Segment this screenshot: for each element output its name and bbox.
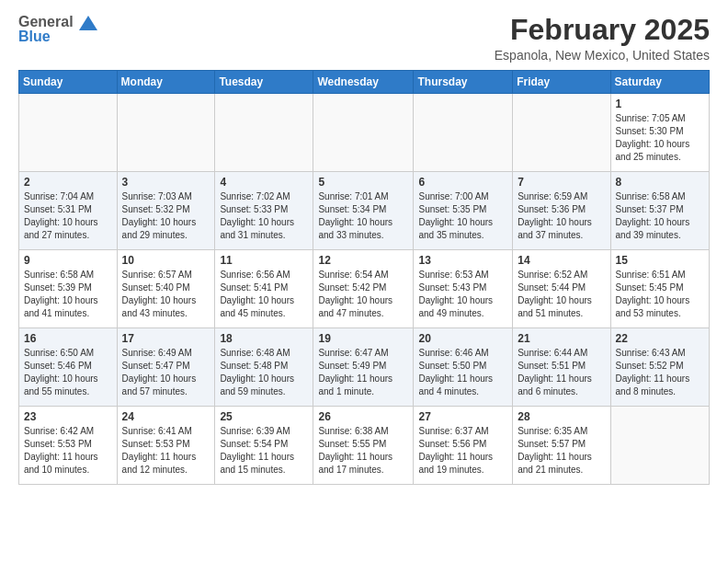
- calendar-day-cell: 9Sunrise: 6:58 AM Sunset: 5:39 PM Daylig…: [19, 250, 118, 328]
- sub-title: Espanola, New Mexico, United States: [495, 48, 710, 63]
- day-number: 5: [318, 176, 408, 189]
- day-info: Sunrise: 6:58 AM Sunset: 5:39 PM Dayligh…: [24, 269, 112, 320]
- day-info: Sunrise: 6:48 AM Sunset: 5:48 PM Dayligh…: [220, 347, 308, 398]
- calendar-week-row: 16Sunrise: 6:50 AM Sunset: 5:46 PM Dayli…: [19, 328, 710, 407]
- day-number: 25: [220, 410, 308, 423]
- day-number: 28: [518, 410, 605, 423]
- day-number: 22: [616, 332, 704, 345]
- calendar-page: General Blue February 2025 Espanola, New…: [0, 0, 728, 499]
- calendar-day-cell: 1Sunrise: 7:05 AM Sunset: 5:30 PM Daylig…: [610, 94, 709, 172]
- main-title: February 2025: [495, 14, 710, 46]
- day-info: Sunrise: 6:42 AM Sunset: 5:53 PM Dayligh…: [24, 425, 112, 477]
- weekday-header-row: SundayMondayTuesdayWednesdayThursdayFrid…: [19, 71, 710, 94]
- calendar-day-cell: 23Sunrise: 6:42 AM Sunset: 5:53 PM Dayli…: [19, 407, 118, 485]
- calendar-day-cell: [414, 94, 513, 172]
- calendar-day-cell: 22Sunrise: 6:43 AM Sunset: 5:52 PM Dayli…: [610, 328, 709, 407]
- day-number: 2: [24, 176, 112, 189]
- calendar-day-cell: [513, 94, 610, 172]
- title-block: February 2025 Espanola, New Mexico, Unit…: [495, 14, 710, 63]
- day-info: Sunrise: 7:00 AM Sunset: 5:35 PM Dayligh…: [418, 190, 507, 242]
- logo: General Blue: [18, 14, 97, 45]
- day-info: Sunrise: 7:04 AM Sunset: 5:31 PM Dayligh…: [24, 190, 112, 242]
- day-number: 15: [616, 254, 704, 267]
- day-number: 13: [418, 254, 507, 267]
- day-number: 23: [24, 410, 112, 423]
- day-number: 18: [220, 332, 308, 345]
- day-number: 19: [318, 332, 408, 345]
- day-number: 4: [220, 176, 308, 189]
- day-number: 8: [616, 176, 704, 189]
- weekday-header-thursday: Thursday: [414, 71, 513, 94]
- day-info: Sunrise: 7:03 AM Sunset: 5:32 PM Dayligh…: [122, 190, 210, 242]
- logo-icon: [79, 16, 97, 30]
- calendar-day-cell: 24Sunrise: 6:41 AM Sunset: 5:53 PM Dayli…: [117, 407, 215, 485]
- calendar-day-cell: 25Sunrise: 6:39 AM Sunset: 5:54 PM Dayli…: [215, 407, 313, 485]
- calendar-day-cell: 26Sunrise: 6:38 AM Sunset: 5:55 PM Dayli…: [313, 407, 414, 485]
- day-number: 16: [24, 332, 112, 345]
- day-info: Sunrise: 6:56 AM Sunset: 5:41 PM Dayligh…: [220, 269, 308, 320]
- calendar-week-row: 2Sunrise: 7:04 AM Sunset: 5:31 PM Daylig…: [19, 172, 710, 250]
- day-number: 14: [518, 254, 605, 267]
- calendar-day-cell: 11Sunrise: 6:56 AM Sunset: 5:41 PM Dayli…: [215, 250, 313, 328]
- day-number: 11: [220, 254, 308, 267]
- day-info: Sunrise: 7:02 AM Sunset: 5:33 PM Dayligh…: [220, 190, 308, 242]
- day-info: Sunrise: 6:35 AM Sunset: 5:57 PM Dayligh…: [518, 425, 605, 477]
- day-info: Sunrise: 6:41 AM Sunset: 5:53 PM Dayligh…: [122, 425, 210, 477]
- day-number: 17: [122, 332, 210, 345]
- calendar-day-cell: 15Sunrise: 6:51 AM Sunset: 5:45 PM Dayli…: [610, 250, 709, 328]
- day-number: 21: [518, 332, 605, 345]
- day-number: 26: [318, 410, 408, 423]
- day-number: 9: [24, 254, 112, 267]
- calendar-day-cell: 19Sunrise: 6:47 AM Sunset: 5:49 PM Dayli…: [313, 328, 414, 407]
- day-info: Sunrise: 6:49 AM Sunset: 5:47 PM Dayligh…: [122, 347, 210, 398]
- day-info: Sunrise: 6:57 AM Sunset: 5:40 PM Dayligh…: [122, 269, 210, 320]
- day-info: Sunrise: 6:54 AM Sunset: 5:42 PM Dayligh…: [318, 269, 408, 320]
- day-number: 3: [122, 176, 210, 189]
- day-info: Sunrise: 6:51 AM Sunset: 5:45 PM Dayligh…: [616, 269, 704, 320]
- calendar-day-cell: [313, 94, 414, 172]
- calendar-day-cell: 4Sunrise: 7:02 AM Sunset: 5:33 PM Daylig…: [215, 172, 313, 250]
- calendar-day-cell: [19, 94, 118, 172]
- calendar-day-cell: 17Sunrise: 6:49 AM Sunset: 5:47 PM Dayli…: [117, 328, 215, 407]
- calendar-day-cell: 20Sunrise: 6:46 AM Sunset: 5:50 PM Dayli…: [414, 328, 513, 407]
- logo-blue: Blue: [18, 29, 51, 45]
- day-info: Sunrise: 6:43 AM Sunset: 5:52 PM Dayligh…: [616, 347, 704, 398]
- weekday-header-sunday: Sunday: [19, 71, 118, 94]
- calendar-day-cell: 14Sunrise: 6:52 AM Sunset: 5:44 PM Dayli…: [513, 250, 610, 328]
- day-info: Sunrise: 6:37 AM Sunset: 5:56 PM Dayligh…: [418, 425, 507, 477]
- day-info: Sunrise: 6:47 AM Sunset: 5:49 PM Dayligh…: [318, 347, 408, 398]
- day-number: 7: [518, 176, 605, 189]
- calendar-day-cell: 12Sunrise: 6:54 AM Sunset: 5:42 PM Dayli…: [313, 250, 414, 328]
- calendar-week-row: 9Sunrise: 6:58 AM Sunset: 5:39 PM Daylig…: [19, 250, 710, 328]
- day-info: Sunrise: 6:38 AM Sunset: 5:55 PM Dayligh…: [318, 425, 408, 477]
- calendar-day-cell: [610, 407, 709, 485]
- calendar-day-cell: 18Sunrise: 6:48 AM Sunset: 5:48 PM Dayli…: [215, 328, 313, 407]
- logo-general: General: [18, 14, 74, 29]
- calendar-day-cell: 2Sunrise: 7:04 AM Sunset: 5:31 PM Daylig…: [19, 172, 118, 250]
- calendar-day-cell: 3Sunrise: 7:03 AM Sunset: 5:32 PM Daylig…: [117, 172, 215, 250]
- day-info: Sunrise: 6:44 AM Sunset: 5:51 PM Dayligh…: [518, 347, 605, 398]
- weekday-header-saturday: Saturday: [610, 71, 709, 94]
- svg-marker-0: [79, 16, 97, 30]
- day-info: Sunrise: 6:52 AM Sunset: 5:44 PM Dayligh…: [518, 269, 605, 320]
- day-number: 20: [418, 332, 507, 345]
- calendar-day-cell: 7Sunrise: 6:59 AM Sunset: 5:36 PM Daylig…: [513, 172, 610, 250]
- day-info: Sunrise: 6:46 AM Sunset: 5:50 PM Dayligh…: [418, 347, 507, 398]
- day-info: Sunrise: 6:58 AM Sunset: 5:37 PM Dayligh…: [616, 190, 704, 242]
- calendar-day-cell: 8Sunrise: 6:58 AM Sunset: 5:37 PM Daylig…: [610, 172, 709, 250]
- weekday-header-friday: Friday: [513, 71, 610, 94]
- day-number: 12: [318, 254, 408, 267]
- calendar-day-cell: 10Sunrise: 6:57 AM Sunset: 5:40 PM Dayli…: [117, 250, 215, 328]
- day-number: 27: [418, 410, 507, 423]
- calendar-day-cell: 6Sunrise: 7:00 AM Sunset: 5:35 PM Daylig…: [414, 172, 513, 250]
- day-number: 1: [616, 98, 704, 110]
- day-number: 24: [122, 410, 210, 423]
- calendar-week-row: 1Sunrise: 7:05 AM Sunset: 5:30 PM Daylig…: [19, 94, 710, 172]
- day-info: Sunrise: 6:39 AM Sunset: 5:54 PM Dayligh…: [220, 425, 308, 477]
- calendar-week-row: 23Sunrise: 6:42 AM Sunset: 5:53 PM Dayli…: [19, 407, 710, 485]
- weekday-header-tuesday: Tuesday: [215, 71, 313, 94]
- day-number: 10: [122, 254, 210, 267]
- calendar-day-cell: [215, 94, 313, 172]
- day-info: Sunrise: 6:59 AM Sunset: 5:36 PM Dayligh…: [518, 190, 605, 242]
- calendar-day-cell: [117, 94, 215, 172]
